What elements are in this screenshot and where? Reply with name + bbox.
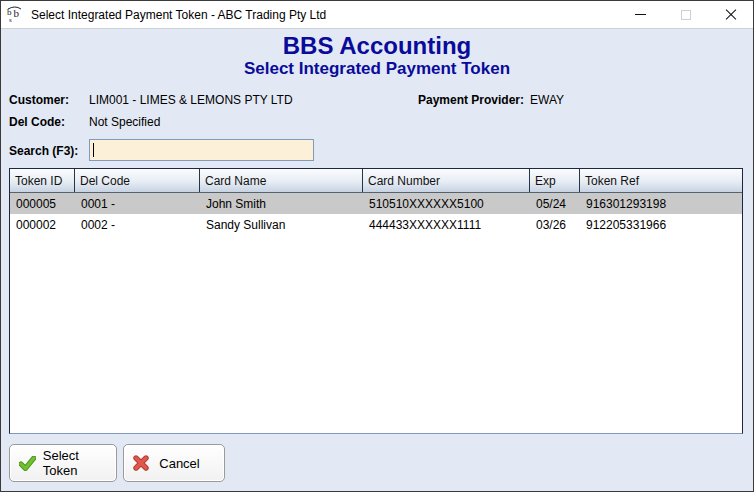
cell-token-ref: 912205331966 bbox=[580, 214, 742, 235]
dialog-window: b b s Select Integrated Payment Token - … bbox=[0, 0, 754, 492]
customer-label: Customer: bbox=[9, 93, 69, 107]
payment-provider-value: EWAY bbox=[530, 93, 564, 107]
svg-text:s: s bbox=[9, 16, 12, 24]
minimize-icon bbox=[635, 14, 646, 15]
close-button[interactable] bbox=[708, 1, 753, 28]
del-code-value: Not Specified bbox=[89, 115, 160, 129]
customer-value: LIM001 - LIMES & LEMONS PTY LTD bbox=[89, 93, 293, 107]
search-label: Search (F3): bbox=[9, 144, 78, 158]
token-table: Token ID Del Code Card Name Card Number … bbox=[9, 168, 743, 434]
cancel-button[interactable]: Cancel bbox=[123, 444, 225, 482]
cell-del-code: 0002 - bbox=[75, 214, 200, 235]
column-header-token-id[interactable]: Token ID bbox=[10, 169, 75, 192]
search-input[interactable] bbox=[89, 139, 314, 161]
column-header-del-code[interactable]: Del Code bbox=[75, 169, 200, 192]
cell-card-number: 444433XXXXXX1111 bbox=[363, 214, 530, 235]
table-row[interactable]: 000002 0002 - Sandy Sullivan 444433XXXXX… bbox=[10, 214, 742, 235]
red-cross-icon bbox=[133, 455, 149, 471]
maximize-icon bbox=[681, 10, 691, 20]
table-header-row: Token ID Del Code Card Name Card Number … bbox=[10, 169, 742, 193]
column-header-token-ref[interactable]: Token Ref bbox=[580, 169, 742, 192]
page-title: BBS Accounting bbox=[1, 32, 753, 60]
del-code-label: Del Code: bbox=[9, 115, 65, 129]
window-title: Select Integrated Payment Token - ABC Tr… bbox=[31, 8, 326, 22]
search-field-wrap bbox=[89, 139, 314, 161]
cell-exp: 03/26 bbox=[530, 214, 580, 235]
payment-provider-label: Payment Provider: bbox=[418, 93, 524, 107]
window-controls bbox=[618, 1, 753, 28]
column-header-exp[interactable]: Exp bbox=[530, 169, 580, 192]
cell-exp: 05/24 bbox=[530, 193, 580, 214]
close-icon bbox=[725, 9, 737, 21]
cell-token-id: 000005 bbox=[10, 193, 75, 214]
cancel-label: Cancel bbox=[159, 456, 213, 471]
cell-token-id: 000002 bbox=[10, 214, 75, 235]
svg-text:b: b bbox=[14, 6, 20, 18]
select-token-label: Select Token bbox=[43, 448, 116, 478]
cell-card-name: Sandy Sullivan bbox=[200, 214, 363, 235]
cell-card-name: John Smith bbox=[200, 193, 363, 214]
cell-del-code: 0001 - bbox=[75, 193, 200, 214]
table-row[interactable]: 000005 0001 - John Smith 510510XXXXXX510… bbox=[10, 193, 742, 214]
text-caret bbox=[93, 143, 94, 157]
cell-token-ref: 916301293198 bbox=[580, 193, 742, 214]
column-header-card-number[interactable]: Card Number bbox=[363, 169, 530, 192]
maximize-button bbox=[663, 1, 708, 28]
page-subtitle: Select Integrated Payment Token bbox=[1, 59, 753, 79]
cell-card-number: 510510XXXXXX5100 bbox=[363, 193, 530, 214]
minimize-button[interactable] bbox=[618, 1, 663, 28]
column-header-card-name[interactable]: Card Name bbox=[200, 169, 363, 192]
title-bar: b b s Select Integrated Payment Token - … bbox=[1, 1, 753, 29]
green-check-icon bbox=[19, 456, 36, 471]
app-logo-icon: b b s bbox=[6, 6, 24, 24]
select-token-button[interactable]: Select Token bbox=[9, 444, 117, 482]
